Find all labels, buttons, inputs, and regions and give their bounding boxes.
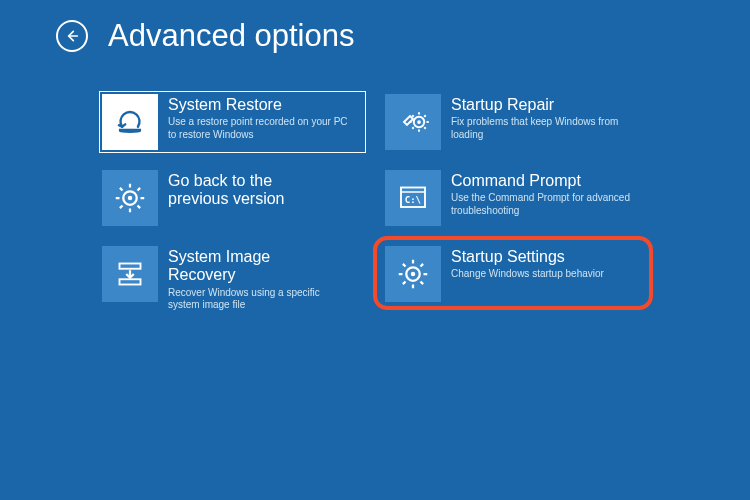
tile-system-image-recovery[interactable]: System Image Recovery Recover Windows us…: [100, 244, 365, 314]
svg-rect-8: [120, 279, 141, 284]
image-recovery-icon: [112, 256, 148, 292]
terminal-icon: C:\: [395, 180, 431, 216]
tile-title: Command Prompt: [451, 172, 636, 190]
tile-startup-settings[interactable]: Startup Settings Change Windows startup …: [383, 244, 648, 314]
tile-title: System Image Recovery: [168, 248, 298, 285]
restore-icon: [111, 103, 149, 141]
tile-system-restore[interactable]: System Restore Use a restore point recor…: [100, 92, 365, 152]
tile-title: System Restore: [168, 96, 353, 114]
svg-point-0: [119, 130, 141, 133]
svg-point-2: [417, 120, 421, 124]
tile-desc: Change Windows startup behavior: [451, 268, 604, 281]
tile-desc: Recover Windows using a specific system …: [168, 287, 353, 312]
options-grid: System Restore Use a restore point recor…: [100, 92, 648, 314]
gear-icon: [112, 180, 148, 216]
wrench-gear-icon: [395, 104, 431, 140]
tile-title: Startup Repair: [451, 96, 636, 114]
back-arrow-icon: [64, 28, 80, 44]
tile-startup-repair[interactable]: Startup Repair Fix problems that keep Wi…: [383, 92, 648, 152]
svg-rect-7: [120, 264, 141, 269]
back-button[interactable]: [56, 20, 88, 52]
svg-point-10: [411, 272, 416, 277]
svg-text:C:\: C:\: [405, 195, 421, 205]
page-title: Advanced options: [108, 18, 354, 54]
tile-desc: Fix problems that keep Windows from load…: [451, 116, 636, 141]
tile-go-back[interactable]: Go back to the previous version: [100, 168, 365, 228]
tile-command-prompt[interactable]: C:\ Command Prompt Use the Command Promp…: [383, 168, 648, 228]
tile-title: Startup Settings: [451, 248, 604, 266]
tile-desc: Use a restore point recorded on your PC …: [168, 116, 353, 141]
gear-icon: [395, 256, 431, 292]
tile-title: Go back to the previous version: [168, 172, 318, 209]
svg-point-4: [128, 196, 133, 201]
tile-desc: Use the Command Prompt for advanced trou…: [451, 192, 636, 217]
